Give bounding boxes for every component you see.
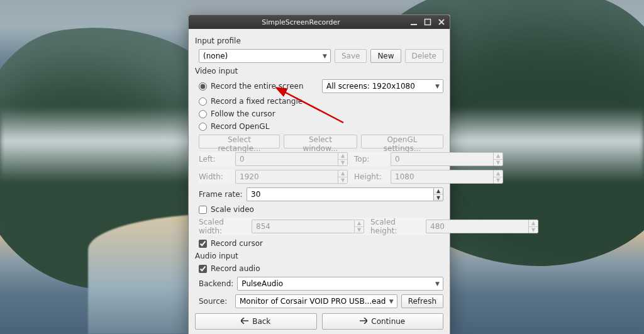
window-title: SimpleScreenRecorder (192, 18, 409, 26)
radio-opengl[interactable]: Record OpenGL (199, 122, 269, 131)
select-window-button: Select window... (284, 135, 357, 148)
spin-down-icon: ▼ (529, 226, 538, 233)
radio-follow-cursor-input[interactable] (199, 110, 207, 118)
spin-up-icon: ▲ (338, 153, 347, 159)
scaled-width-label: Scaled width: (199, 218, 248, 235)
audio-section-label: Audio input (195, 252, 443, 260)
spin-up-icon: ▲ (494, 153, 502, 159)
height-input (391, 170, 493, 184)
arrow-right-icon (360, 317, 367, 326)
screen-select[interactable]: All screens: 1920x1080 (322, 79, 443, 93)
radio-fixed-rect[interactable]: Record a fixed rectangle (199, 97, 303, 106)
source-label: Source: (199, 297, 231, 306)
spin-up-icon: ▲ (494, 170, 502, 177)
opengl-settings-button: OpenGL settings... (361, 135, 443, 148)
radio-fixed-rect-input[interactable] (199, 97, 207, 106)
spin-down-icon: ▼ (494, 177, 502, 184)
record-cursor-input[interactable] (199, 240, 207, 248)
profile-section-label: Input profile (195, 36, 443, 45)
scaled-width-input (252, 220, 354, 233)
arrow-left-icon (241, 317, 248, 326)
left-input (235, 152, 338, 166)
refresh-button[interactable]: Refresh (401, 294, 443, 308)
spin-down-icon[interactable]: ▼ (434, 194, 443, 201)
record-audio-checkbox[interactable]: Record audio (199, 264, 260, 273)
new-button[interactable]: New (370, 49, 401, 63)
record-audio-input[interactable] (199, 265, 207, 273)
backend-select[interactable]: PulseAudio (237, 277, 443, 291)
scaled-height-label: Scaled height: (370, 218, 422, 235)
radio-opengl-input[interactable] (199, 123, 207, 131)
top-label: Top: (354, 155, 387, 164)
spin-up-icon: ▲ (355, 220, 364, 226)
back-button[interactable]: Back (195, 313, 317, 330)
radio-entire-screen-input[interactable] (199, 82, 207, 91)
spin-down-icon: ▼ (355, 226, 364, 233)
spin-up-icon[interactable]: ▲ (434, 188, 443, 194)
svg-rect-0 (411, 24, 417, 25)
video-section-label: Video input (195, 67, 443, 75)
scaled-height-input (426, 220, 528, 233)
record-cursor-checkbox[interactable]: Record cursor (199, 239, 263, 248)
scale-video-checkbox[interactable]: Scale video (199, 205, 254, 214)
framerate-input[interactable] (247, 187, 433, 201)
maximize-icon[interactable] (423, 18, 432, 26)
select-rectangle-button: Select rectangle... (199, 135, 280, 148)
titlebar[interactable]: SimpleScreenRecorder (189, 15, 450, 29)
app-window: SimpleScreenRecorder Input profile (none… (188, 14, 450, 334)
profile-select[interactable]: (none) (199, 49, 331, 63)
top-input (391, 152, 493, 166)
backend-label: Backend: (199, 279, 233, 288)
source-select[interactable]: Monitor of Corsair VOID PRO USB...eadset… (235, 294, 397, 308)
width-label: Width: (199, 172, 231, 181)
radio-entire-screen[interactable]: Record the entire screen (199, 82, 318, 91)
scale-video-input[interactable] (199, 206, 207, 214)
spin-up-icon: ▲ (529, 220, 538, 226)
spin-down-icon: ▼ (338, 159, 347, 166)
spin-down-icon: ▼ (494, 159, 502, 166)
save-button: Save (335, 49, 367, 63)
height-label: Height: (354, 172, 387, 181)
delete-button: Delete (405, 49, 443, 63)
framerate-label: Frame rate: (199, 190, 243, 199)
radio-follow-cursor[interactable]: Follow the cursor (199, 109, 275, 118)
width-input (235, 170, 338, 184)
close-icon[interactable] (437, 18, 446, 26)
left-label: Left: (199, 155, 231, 164)
minimize-icon[interactable] (409, 18, 418, 26)
continue-button[interactable]: Continue (322, 313, 444, 330)
spin-up-icon: ▲ (338, 170, 347, 177)
spin-down-icon: ▼ (338, 177, 347, 184)
svg-rect-1 (425, 19, 431, 25)
